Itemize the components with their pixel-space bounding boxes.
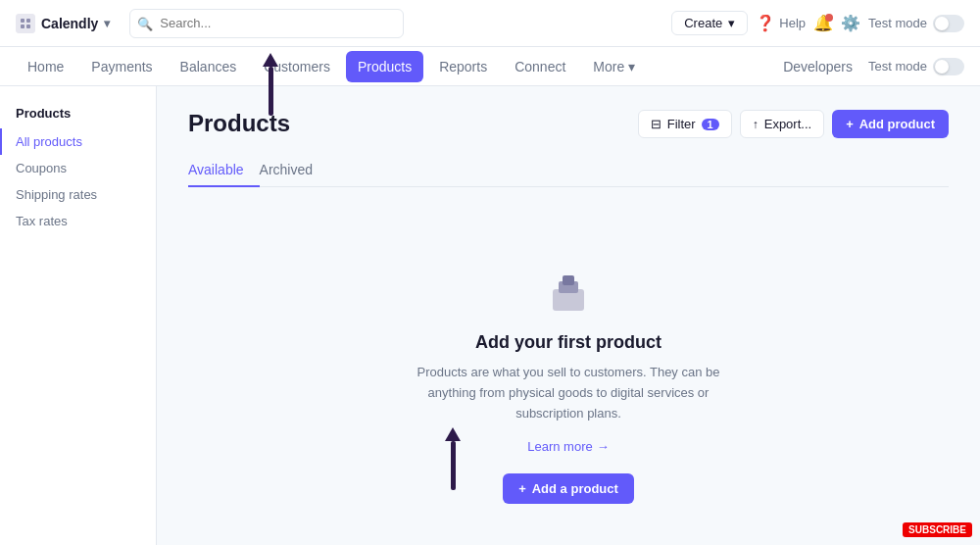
nav-item-balances[interactable]: Balances bbox=[169, 51, 249, 82]
nav-item-payments[interactable]: Payments bbox=[79, 51, 164, 82]
topbar: Calendly ▾ 🔍 Create ▾ ❓ Help 🔔 ⚙️ Test m… bbox=[0, 0, 980, 47]
toggle-knob-nav bbox=[935, 60, 949, 74]
sidebar: Products All products Coupons Shipping r… bbox=[0, 86, 157, 545]
notifications-button[interactable]: 🔔 bbox=[813, 14, 833, 32]
export-icon: ↑ bbox=[753, 118, 759, 131]
empty-state-description: Products are what you sell to customers.… bbox=[412, 363, 725, 423]
youtube-badge: SUBSCRIBE bbox=[903, 522, 972, 537]
filter-badge: 1 bbox=[702, 119, 719, 130]
search-input[interactable] bbox=[129, 9, 404, 38]
test-mode-toggle-nav[interactable] bbox=[933, 58, 964, 75]
nav-item-products[interactable]: Products bbox=[346, 51, 423, 82]
nav-item-more[interactable]: More ▾ bbox=[581, 51, 647, 82]
settings-icon[interactable]: ⚙️ bbox=[841, 14, 860, 32]
chevron-down-icon: ▾ bbox=[728, 16, 735, 30]
nav-item-customers[interactable]: Customers bbox=[252, 51, 342, 82]
content-tabs: Available Archived bbox=[188, 154, 949, 187]
sidebar-item-tax-rates[interactable]: Tax rates bbox=[0, 208, 156, 234]
sidebar-item-all-products[interactable]: All products bbox=[0, 128, 156, 155]
test-mode-toggle[interactable]: Test mode bbox=[868, 15, 964, 32]
content-area: Products ⊟ Filter 1 ↑ Export... + Add pr… bbox=[157, 86, 980, 545]
toggle-knob bbox=[935, 17, 949, 30]
learn-more-link[interactable]: Learn more → bbox=[527, 439, 609, 454]
svg-rect-7 bbox=[563, 275, 574, 285]
add-product-center-button[interactable]: + Add a product bbox=[503, 473, 634, 504]
nav-item-home[interactable]: Home bbox=[16, 51, 75, 82]
navbar: Home Payments Balances Customers Product… bbox=[0, 47, 980, 86]
svg-rect-4 bbox=[26, 25, 30, 28]
empty-state: Add your first product Products are what… bbox=[188, 211, 949, 545]
create-button[interactable]: Create ▾ bbox=[671, 11, 748, 35]
add-product-button[interactable]: + Add product bbox=[832, 110, 949, 138]
svg-rect-3 bbox=[21, 25, 24, 28]
help-icon: ❓ bbox=[756, 14, 775, 32]
help-button[interactable]: ❓ Help bbox=[756, 14, 806, 32]
svg-rect-2 bbox=[26, 19, 30, 23]
products-illustration bbox=[545, 270, 592, 317]
logo-icon bbox=[16, 14, 35, 33]
export-button[interactable]: ↑ Export... bbox=[740, 110, 824, 138]
empty-state-title: Add your first product bbox=[475, 332, 662, 353]
app-logo[interactable]: Calendly ▾ bbox=[16, 14, 110, 33]
nav-item-reports[interactable]: Reports bbox=[427, 51, 499, 82]
topbar-right: Create ▾ ❓ Help 🔔 ⚙️ Test mode bbox=[671, 11, 964, 35]
sidebar-title: Products bbox=[0, 102, 156, 128]
nav-item-connect[interactable]: Connect bbox=[503, 51, 577, 82]
test-mode-navbar: Test mode bbox=[868, 58, 964, 75]
sidebar-item-shipping-rates[interactable]: Shipping rates bbox=[0, 181, 156, 208]
chevron-down-icon[interactable]: ▾ bbox=[104, 17, 110, 30]
page-title: Products bbox=[188, 110, 290, 137]
toggle-switch[interactable] bbox=[933, 15, 964, 32]
page-actions: ⊟ Filter 1 ↑ Export... + Add product bbox=[638, 110, 949, 138]
main-layout: Products All products Coupons Shipping r… bbox=[0, 86, 980, 545]
tab-archived[interactable]: Archived bbox=[260, 154, 328, 187]
chevron-down-icon: ▾ bbox=[628, 59, 635, 74]
svg-rect-1 bbox=[21, 19, 24, 23]
filter-button[interactable]: ⊟ Filter 1 bbox=[638, 110, 732, 138]
navbar-right: Developers Test mode bbox=[783, 58, 964, 75]
developers-link[interactable]: Developers bbox=[783, 59, 853, 74]
page-header: Products ⊟ Filter 1 ↑ Export... + Add pr… bbox=[188, 110, 949, 138]
plus-icon-center: + bbox=[518, 481, 526, 496]
plus-icon: + bbox=[846, 117, 854, 131]
search-icon: 🔍 bbox=[137, 16, 153, 30]
app-name: Calendly bbox=[41, 16, 98, 31]
nav-items: Home Payments Balances Customers Product… bbox=[16, 51, 647, 82]
notification-badge bbox=[825, 14, 833, 22]
tab-available[interactable]: Available bbox=[188, 154, 260, 187]
filter-icon: ⊟ bbox=[651, 117, 662, 131]
arrow-right-icon: → bbox=[597, 439, 610, 454]
search-container: 🔍 bbox=[129, 9, 404, 38]
svg-rect-0 bbox=[16, 14, 35, 33]
sidebar-item-coupons[interactable]: Coupons bbox=[0, 155, 156, 181]
